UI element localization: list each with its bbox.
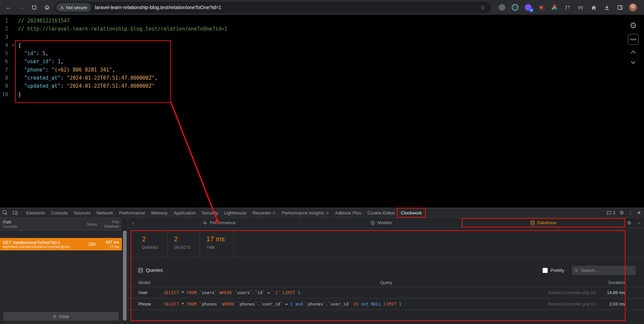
inspect-element-icon[interactable] (0, 208, 10, 217)
tab-application[interactable]: Application (171, 208, 199, 217)
not-secure-badge[interactable]: ⚠ Not secure (56, 3, 91, 12)
scrollbar-thumb[interactable] (123, 231, 127, 321)
tab-sources[interactable]: Sources (71, 208, 94, 217)
query-sql: SELECT * FROM `phones` WHERE `phones`.`u… (164, 301, 548, 307)
bookmark-star-icon[interactable]: ☆ (480, 4, 486, 11)
back-icon[interactable]: ← (3, 2, 14, 13)
extension-icon-n[interactable]: (n) (576, 3, 585, 12)
code-text: // 20240122161547 (18, 17, 620, 25)
caret-spacer (8, 17, 18, 25)
home-icon[interactable] (42, 2, 52, 13)
reload-icon[interactable] (29, 2, 40, 13)
query-column-header: Query (164, 280, 608, 285)
stat-label: SELECTS (174, 246, 191, 249)
tab-label: Security (202, 210, 218, 215)
console-messages-icon[interactable]: 1 (607, 210, 615, 215)
line-number: 5 (0, 49, 8, 57)
extensions-puzzle-icon[interactable] (589, 3, 598, 12)
tab-label: Models (377, 220, 392, 225)
database-icon (138, 268, 143, 273)
caret-spacer (8, 82, 18, 90)
tab-memory[interactable]: Memory (148, 208, 171, 217)
time-column-label: Time (100, 220, 119, 224)
clear-button[interactable]: ⊘ Clear (3, 312, 119, 321)
extension-icon-f[interactable]: ƒ? (563, 3, 572, 12)
url-bar[interactable]: ⚠ Not secure laravel-learn-relationship-… (54, 2, 491, 13)
extension-icon-2[interactable] (511, 3, 519, 12)
search-input[interactable] (580, 268, 633, 273)
code-line: 3 (0, 33, 620, 41)
query-model: Phone (138, 301, 164, 307)
clockwork-tab-models[interactable]: Models (300, 218, 462, 228)
panel-collapse-icon[interactable]: ‹ (634, 220, 644, 226)
extension-icon-3[interactable]: 4 (524, 3, 533, 12)
tab-network[interactable]: Network (93, 208, 116, 217)
tab-recorder[interactable]: Recorder⚠ (249, 208, 279, 217)
clockwork-main: ‹ PerformanceModelsDatabase ⚙ ‹ 2QUERIES… (128, 218, 644, 324)
request-info: GET /relation/oneToOne?id=1App\Http\Cont… (3, 240, 84, 249)
caret-spacer (8, 49, 18, 57)
tab-cookie-editor[interactable]: Cookie-Editor (364, 208, 398, 217)
tab-label: Network (96, 210, 113, 215)
code-line: 2// http://laravel-learn-relationship-bl… (0, 25, 620, 33)
tab-performance[interactable]: Performance (116, 208, 148, 217)
devtools-settings-icon[interactable]: ⚙ (619, 210, 624, 216)
tab-label: Lighthouse (224, 210, 246, 215)
tabs-scroll-left-icon[interactable]: ‹ (128, 220, 138, 226)
caret-spacer (8, 33, 18, 41)
extension-icon-5[interactable] (550, 3, 559, 12)
tab-label: Performance (210, 220, 236, 225)
extension-icon-4[interactable] (537, 3, 546, 12)
browser-menu-icon[interactable]: ⋮ (642, 3, 644, 12)
device-toolbar-icon[interactable] (10, 208, 20, 217)
tab-elements[interactable]: Elements (23, 208, 48, 217)
code-line: 4▾{ (0, 41, 620, 49)
viewer-settings-gear-icon[interactable]: ⚙ (630, 22, 637, 30)
clockwork-tab-performance[interactable]: Performance (138, 218, 300, 228)
duration-column-header: Duration (608, 280, 625, 285)
code-line: 10} (0, 90, 620, 98)
query-search[interactable] (572, 266, 636, 275)
line-number: 2 (0, 25, 8, 33)
raw-toggle-button[interactable]: RAW (628, 34, 639, 45)
code-line: 8 "created_at": "2024-01-22T07:51:47.000… (0, 74, 620, 82)
clockwork-sidebar: Path Controller Status Time Database GET… (0, 218, 122, 324)
line-number: 8 (0, 74, 8, 82)
extension-badge: 4 (530, 8, 533, 12)
collapse-caret-icon[interactable]: ▾ (8, 41, 18, 49)
caret-spacer (8, 25, 18, 33)
tab-label: Database (537, 220, 556, 225)
query-file-link[interactable]: RelationController.php:15 (548, 290, 595, 295)
downloads-icon[interactable] (602, 3, 611, 12)
devtools-menu-icon[interactable]: ⋮ (628, 210, 633, 216)
tab-console[interactable]: Console (48, 208, 71, 217)
tab-performance-insights[interactable]: Performance insights⚠ (279, 208, 332, 217)
tab-label: Console (51, 210, 68, 215)
profile-avatar[interactable] (629, 3, 637, 12)
tab-label: Cookie-Editor (367, 210, 395, 215)
search-icon (574, 268, 578, 273)
extension-icon-1[interactable] (498, 3, 506, 12)
tab-lighthouse[interactable]: Lighthouse (221, 208, 249, 217)
scroll-up-icon[interactable] (631, 49, 636, 55)
tab-security[interactable]: Security (199, 208, 221, 217)
query-file-link[interactable]: RelationController.php:15 (548, 302, 595, 307)
stat-selects: 2SELECTS (168, 228, 200, 257)
clockwork-tabbar: ‹ PerformanceModelsDatabase ⚙ ‹ (128, 218, 644, 228)
caret-spacer (8, 74, 18, 82)
code-line: 5 "id": 5, (0, 49, 620, 57)
queries-title: Queries (146, 268, 163, 273)
request-row[interactable]: GET /relation/oneToOne?id=1App\Http\Cont… (0, 238, 122, 250)
scroll-down-icon[interactable] (631, 59, 636, 66)
clockwork-settings-icon[interactable]: ⚙ (625, 220, 634, 226)
prettify-checkbox[interactable] (543, 268, 548, 273)
tab-adblock-plus[interactable]: Adblock Plus (332, 208, 364, 217)
devtools-close-icon[interactable]: × (637, 209, 641, 216)
side-panel-icon[interactable] (615, 3, 624, 12)
tab-clockwork[interactable]: Clockwork (398, 208, 425, 217)
clockwork-tab-database[interactable]: Database (462, 218, 625, 228)
sidebar-scrollbar[interactable] (122, 218, 128, 324)
models-icon (370, 220, 375, 225)
forward-icon[interactable]: → (16, 2, 27, 13)
devtools-actions: 1 ⚙ ⋮ × (607, 209, 644, 216)
